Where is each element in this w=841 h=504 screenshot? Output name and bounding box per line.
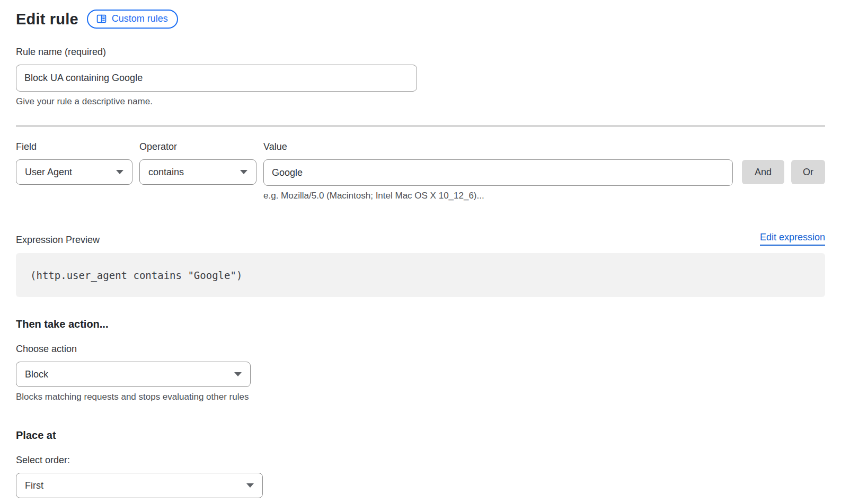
- chevron-down-icon: [234, 372, 242, 376]
- rule-name-label: Rule name (required): [16, 47, 825, 58]
- action-select-value: Block: [25, 369, 48, 380]
- value-column: Value Google e.g. Mozilla/5.0 (Macintosh…: [263, 141, 733, 201]
- custom-rules-badge-label: Custom rules: [112, 13, 168, 24]
- edit-rule-page: Edit rule Custom rules Rule name (requir…: [0, 0, 841, 498]
- operator-column: Operator contains: [139, 141, 256, 201]
- operator-label: Operator: [139, 141, 256, 152]
- action-section: Then take action... Choose action Block …: [16, 318, 825, 402]
- operator-select-value: contains: [148, 167, 184, 178]
- place-at-heading: Place at: [16, 429, 825, 442]
- field-column: Field User Agent: [16, 141, 132, 201]
- page-header: Edit rule Custom rules: [16, 10, 825, 29]
- order-select[interactable]: First: [16, 473, 263, 498]
- action-heading: Then take action...: [16, 318, 825, 330]
- rule-name-input[interactable]: Block UA containing Google: [16, 65, 417, 92]
- placement-section: Place at Select order: First: [16, 429, 825, 498]
- rule-name-section: Rule name (required) Block UA containing…: [16, 47, 825, 107]
- page-title: Edit rule: [16, 11, 78, 28]
- chevron-down-icon: [116, 170, 123, 174]
- section-divider: [16, 125, 825, 127]
- chevron-down-icon: [240, 170, 247, 174]
- value-label: Value: [263, 141, 733, 152]
- custom-rules-badge[interactable]: Custom rules: [87, 10, 178, 29]
- open-book-icon: [96, 13, 107, 24]
- condition-buttons: And Or: [742, 141, 825, 201]
- expression-header: Expression Preview Edit expression: [16, 232, 825, 246]
- choose-action-label: Choose action: [16, 344, 825, 355]
- and-button[interactable]: And: [742, 160, 784, 184]
- chevron-down-icon: [246, 483, 254, 488]
- order-select-value: First: [25, 480, 43, 491]
- expression-preview-label: Expression Preview: [16, 235, 100, 246]
- field-label: Field: [16, 141, 132, 152]
- field-select[interactable]: User Agent: [16, 159, 132, 185]
- condition-row: Field User Agent Operator contains Value…: [16, 141, 825, 201]
- field-select-value: User Agent: [25, 167, 72, 178]
- value-input[interactable]: Google: [263, 159, 733, 186]
- expression-code: (http.user_agent contains "Google"): [30, 269, 242, 281]
- select-order-label: Select order:: [16, 455, 825, 466]
- operator-select[interactable]: contains: [139, 159, 256, 185]
- or-button[interactable]: Or: [791, 160, 825, 184]
- expression-preview-box: (http.user_agent contains "Google"): [16, 253, 825, 297]
- value-helper: e.g. Mozilla/5.0 (Macintosh; Intel Mac O…: [263, 191, 733, 201]
- action-helper: Blocks matching requests and stops evalu…: [16, 392, 825, 402]
- rule-name-helper: Give your rule a descriptive name.: [16, 96, 825, 107]
- edit-expression-link[interactable]: Edit expression: [760, 232, 825, 246]
- action-select[interactable]: Block: [16, 362, 251, 387]
